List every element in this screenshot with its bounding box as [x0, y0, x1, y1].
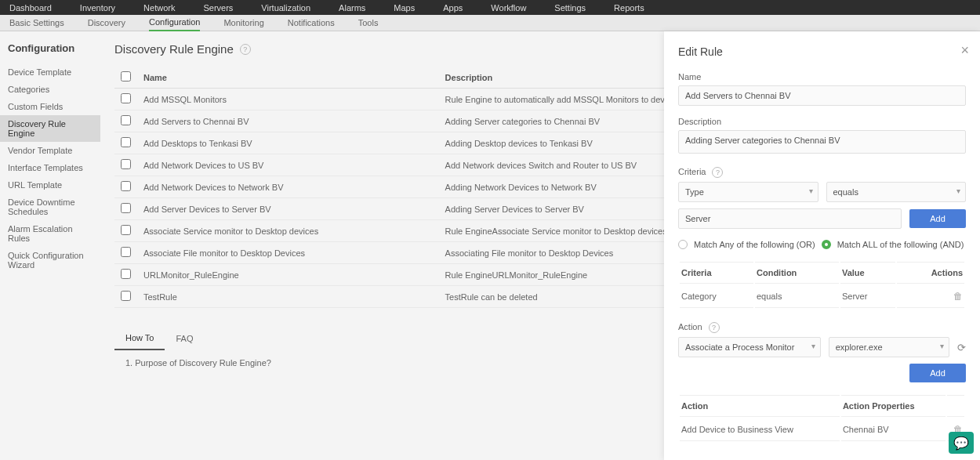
action-value-select[interactable]: explorer.exe: [829, 337, 949, 357]
action-table: Action Action Properties Add Device to B…: [678, 393, 966, 443]
subnav-item[interactable]: Monitoring: [223, 15, 263, 31]
name-input[interactable]: [678, 85, 966, 106]
chat-icon[interactable]: 💬: [949, 432, 974, 454]
criteria-value-input[interactable]: [678, 208, 902, 229]
topnav-item[interactable]: Virtualization: [261, 3, 310, 13]
topnav-item[interactable]: Reports: [614, 3, 644, 13]
topnav-item[interactable]: Maps: [394, 3, 415, 13]
sidebar-title: Configuration: [0, 42, 100, 63]
col-name: Name: [137, 67, 439, 89]
sidebar-item[interactable]: Interface Templates: [0, 159, 100, 176]
name-label: Name: [678, 72, 966, 81]
row-name: Associate File monitor to Desktop Device…: [137, 242, 439, 264]
action-select[interactable]: Associate a Process Monitor: [678, 337, 821, 357]
sub-nav: Basic SettingsDiscoveryConfigurationMoni…: [0, 15, 980, 31]
row-name: URLMonitor_RuleEngine: [137, 264, 439, 286]
sidebar-item[interactable]: Device Template: [0, 63, 100, 81]
sidebar-item[interactable]: Discovery Rule Engine: [0, 115, 100, 142]
topnav-item[interactable]: Inventory: [80, 3, 115, 13]
topnav-item[interactable]: Alarms: [339, 3, 365, 13]
criteria-label: Criteria?: [678, 167, 966, 178]
sidebar-item[interactable]: Quick Configuration Wizard: [0, 247, 100, 273]
row-checkbox[interactable]: [121, 225, 131, 235]
topnav-item[interactable]: Servers: [203, 3, 233, 13]
help-icon[interactable]: ?: [709, 322, 720, 333]
subnav-item[interactable]: Discovery: [88, 15, 125, 31]
refresh-icon[interactable]: ⟳: [957, 342, 966, 353]
edit-rule-panel: × Edit Rule Name Description Criteria? T…: [664, 31, 980, 460]
topnav-item[interactable]: Workflow: [491, 3, 526, 13]
action-add-button[interactable]: Add: [909, 364, 966, 382]
help-icon[interactable]: ?: [240, 44, 251, 55]
action-label: Action?: [678, 322, 966, 333]
row-checkbox[interactable]: [121, 291, 131, 301]
desc-label: Description: [678, 117, 966, 126]
row-name: TestRule: [137, 286, 439, 308]
select-all-checkbox[interactable]: [121, 71, 131, 81]
row-checkbox[interactable]: [121, 203, 131, 213]
help-icon[interactable]: ?: [712, 167, 723, 178]
row-name: Add MSSQL Monitors: [137, 89, 439, 110]
top-nav: DashboardInventoryNetworkServersVirtuali…: [0, 0, 980, 15]
match-all-radio[interactable]: [822, 240, 831, 249]
criteria-table: Criteria Condition Value Actions Categor…: [678, 260, 966, 310]
row-checkbox[interactable]: [121, 181, 131, 191]
criteria-add-button[interactable]: Add: [909, 209, 966, 228]
row-name: Add Network Devices to US BV: [137, 154, 439, 176]
subnav-item[interactable]: Configuration: [149, 15, 200, 31]
match-any-radio[interactable]: [678, 240, 688, 249]
row-checkbox[interactable]: [121, 137, 131, 147]
subnav-item[interactable]: Notifications: [288, 15, 335, 31]
close-icon[interactable]: ×: [960, 42, 969, 59]
match-mode: Match Any of the following (OR) Match AL…: [678, 240, 966, 249]
subnav-item[interactable]: Tools: [358, 15, 379, 31]
row-checkbox[interactable]: [121, 115, 131, 125]
sidebar: Configuration Device TemplateCategoriesC…: [0, 31, 100, 460]
desc-input[interactable]: [678, 130, 966, 154]
delete-criteria-icon[interactable]: 🗑: [953, 291, 963, 302]
subnav-item[interactable]: Basic Settings: [9, 15, 64, 31]
row-name: Associate Service monitor to Desktop dev…: [137, 220, 439, 242]
row-checkbox[interactable]: [121, 269, 131, 279]
action-row: Add Device to Business View Chennai BV 🗑: [680, 418, 964, 441]
tab-howto[interactable]: How To: [114, 327, 165, 350]
sidebar-item[interactable]: Vendor Template: [0, 142, 100, 159]
criteria-cond-select[interactable]: equals: [826, 182, 967, 202]
sidebar-item[interactable]: URL Template: [0, 176, 100, 194]
row-name: Add Servers to Chennai BV: [137, 110, 439, 132]
panel-title: Edit Rule: [678, 45, 966, 58]
tab-faq[interactable]: FAQ: [165, 328, 204, 350]
row-checkbox[interactable]: [121, 93, 131, 103]
match-all-label: Match ALL of the following (AND): [837, 240, 964, 249]
row-checkbox[interactable]: [121, 159, 131, 169]
match-any-label: Match Any of the following (OR): [694, 240, 815, 249]
row-name: Add Server Devices to Server BV: [137, 198, 439, 220]
topnav-item[interactable]: Apps: [443, 3, 463, 13]
row-checkbox[interactable]: [121, 247, 131, 257]
sidebar-item[interactable]: Categories: [0, 81, 100, 98]
sidebar-item[interactable]: Device Downtime Schedules: [0, 194, 100, 220]
row-name: Add Desktops to Tenkasi BV: [137, 132, 439, 154]
sidebar-item[interactable]: Alarm Escalation Rules: [0, 220, 100, 247]
row-name: Add Network Devices to Network BV: [137, 176, 439, 198]
topnav-item[interactable]: Network: [143, 3, 175, 13]
criteria-row: Category equals Server 🗑: [680, 285, 964, 308]
sidebar-item[interactable]: Custom Fields: [0, 98, 100, 115]
criteria-type-select[interactable]: Type: [678, 182, 818, 202]
topnav-item[interactable]: Dashboard: [9, 3, 52, 13]
topnav-item[interactable]: Settings: [554, 3, 586, 13]
